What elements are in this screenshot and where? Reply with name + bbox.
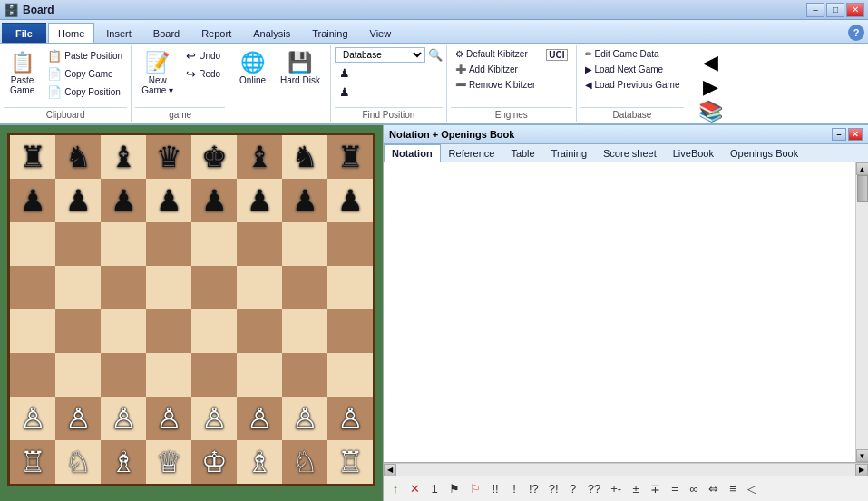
board-cell[interactable] <box>282 353 327 397</box>
tab-file[interactable]: File <box>2 23 46 43</box>
toolbar-btn-equal[interactable]: = <box>667 480 683 498</box>
board-cell[interactable]: ♙ <box>191 397 237 440</box>
toolbar-btn-plusminus-sign[interactable]: ± <box>628 480 644 498</box>
toolbar-btn-double-arrow[interactable]: ⇔ <box>705 480 722 498</box>
board-cell[interactable] <box>237 222 282 266</box>
load-prev-game-button[interactable]: ◀ Load Previous Game <box>580 78 685 92</box>
board-cell[interactable] <box>327 353 373 397</box>
edit-game-data-button[interactable]: ✏ Edit Game Data <box>580 47 685 61</box>
notation-minimize-button[interactable]: – <box>832 128 846 141</box>
notation-tab-score-sheet[interactable]: Score sheet <box>595 144 665 162</box>
board-cell[interactable] <box>327 266 373 309</box>
notation-tab-reference[interactable]: Reference <box>441 144 503 162</box>
board-cell[interactable] <box>10 353 55 397</box>
board-cell[interactable] <box>55 309 101 353</box>
board-cell[interactable]: ♞ <box>55 135 101 179</box>
help-button[interactable]: ? <box>848 25 864 41</box>
scroll-down-button[interactable]: ▼ <box>856 449 869 462</box>
board-cell[interactable] <box>10 222 55 266</box>
board-cell[interactable] <box>55 222 101 266</box>
toolbar-btn-double-question[interactable]: ?? <box>584 480 604 498</box>
toolbar-btn-question-exclaim[interactable]: ?! <box>545 480 562 498</box>
board-cell[interactable] <box>237 353 282 397</box>
board-cell[interactable]: ♖ <box>327 440 373 484</box>
board-cell[interactable] <box>101 266 146 309</box>
board-cell[interactable]: ♜ <box>10 135 55 179</box>
toolbar-btn-flag-red[interactable]: ⚐ <box>466 480 484 498</box>
board-cell[interactable] <box>237 266 282 309</box>
find-pos-btn2[interactable]: ♟ <box>335 84 355 101</box>
remove-kibitzer-button[interactable]: ➖ Remove Kibitzer <box>451 78 540 92</box>
maximize-button[interactable]: □ <box>826 3 844 17</box>
scroll-up-button[interactable]: ▲ <box>856 162 869 175</box>
minimize-button[interactable]: – <box>806 3 824 17</box>
paste-position-button[interactable]: 📋 Paste Position <box>43 47 127 64</box>
notation-scrollbar-v[interactable]: ▲ ▼ <box>855 162 868 462</box>
board-cell[interactable]: ♟ <box>101 179 146 222</box>
scroll-left-button[interactable]: ◀ <box>384 464 396 476</box>
notation-close-button[interactable]: ✕ <box>848 128 863 141</box>
board-cell[interactable] <box>191 309 237 353</box>
toolbar-btn-question[interactable]: ? <box>565 480 581 498</box>
board-cell[interactable]: ♙ <box>146 397 191 440</box>
board-cell[interactable]: ♘ <box>55 440 101 484</box>
board-cell[interactable] <box>146 309 191 353</box>
toolbar-btn-exclaim-question[interactable]: !? <box>525 480 542 498</box>
board-cell[interactable]: ♟ <box>327 179 373 222</box>
board-cell[interactable]: ♟ <box>146 179 191 222</box>
board-cell[interactable] <box>237 309 282 353</box>
notation-tab-training[interactable]: Training <box>543 144 595 162</box>
online-button[interactable]: 🌐 Online <box>233 47 272 89</box>
board-cell[interactable] <box>282 309 327 353</box>
board-cell[interactable]: ♙ <box>327 397 373 440</box>
chess-board[interactable]: ♜♞♝♛♚♝♞♜♟♟♟♟♟♟♟♟♙♙♙♙♙♙♙♙♖♘♗♕♔♗♘♖ <box>7 133 375 486</box>
load-next-game-button[interactable]: ▶ Load Next Game <box>580 63 685 76</box>
board-cell[interactable]: ♙ <box>101 397 146 440</box>
board-cell[interactable]: ♜ <box>327 135 373 179</box>
copy-position-button[interactable]: 📄 Copy Position <box>43 84 127 101</box>
toolbar-btn-double-exclaim[interactable]: !! <box>487 480 503 498</box>
board-cell[interactable] <box>282 222 327 266</box>
tab-view[interactable]: View <box>360 23 402 43</box>
default-kibitzer-button[interactable]: ⚙ Default Kibitzer <box>451 47 540 61</box>
board-cell[interactable]: ♔ <box>191 440 237 484</box>
board-cell[interactable]: ♞ <box>282 135 327 179</box>
board-cell[interactable] <box>146 353 191 397</box>
board-cell[interactable] <box>55 266 101 309</box>
toolbar-btn-cross[interactable]: ✕ <box>406 480 424 498</box>
board-cell[interactable] <box>327 222 373 266</box>
toolbar-btn-flag[interactable]: ⚑ <box>445 480 463 498</box>
board-cell[interactable]: ♟ <box>10 179 55 222</box>
board-cell[interactable] <box>10 309 55 353</box>
toolbar-btn-infinity[interactable]: ∞ <box>686 480 702 498</box>
board-cell[interactable]: ♝ <box>237 135 282 179</box>
paste-game-button[interactable]: 📋 PasteGame <box>4 47 41 99</box>
board-cell[interactable]: ♝ <box>101 135 146 179</box>
toolbar-btn-up-arrow[interactable]: ↑ <box>387 480 404 498</box>
tab-board[interactable]: Board <box>143 23 190 43</box>
copy-game-button[interactable]: 📄 Copy Game <box>43 65 127 83</box>
board-cell[interactable]: ♟ <box>55 179 101 222</box>
board-cell[interactable] <box>101 353 146 397</box>
close-button[interactable]: ✕ <box>846 3 864 17</box>
board-cell[interactable] <box>146 266 191 309</box>
notation-scrollbar-h[interactable]: ◀ ▶ <box>384 463 868 476</box>
uci-btn[interactable]: UCI <box>541 47 571 63</box>
board-cell[interactable]: ♟ <box>237 179 282 222</box>
board-cell[interactable] <box>10 266 55 309</box>
board-cell[interactable] <box>146 222 191 266</box>
redo-button[interactable]: ↪ Redo <box>181 65 225 83</box>
board-cell[interactable]: ♛ <box>146 135 191 179</box>
notation-tab-livebook[interactable]: LiveBook <box>665 144 722 162</box>
board-cell[interactable]: ♙ <box>55 397 101 440</box>
tab-training[interactable]: Training <box>302 23 357 43</box>
game-history-button[interactable]: ◀ ▶ 📚 <box>692 47 729 127</box>
board-cell[interactable] <box>191 266 237 309</box>
toolbar-btn-triangle[interactable]: ◁ <box>744 480 760 498</box>
notation-tab-table[interactable]: Table <box>502 144 542 162</box>
board-cell[interactable]: ♙ <box>10 397 55 440</box>
board-cell[interactable]: ♕ <box>146 440 191 484</box>
scroll-thumb[interactable] <box>857 175 868 202</box>
tab-home[interactable]: Home <box>48 23 94 43</box>
notation-tab-openings-book[interactable]: Openings Book <box>722 144 806 162</box>
